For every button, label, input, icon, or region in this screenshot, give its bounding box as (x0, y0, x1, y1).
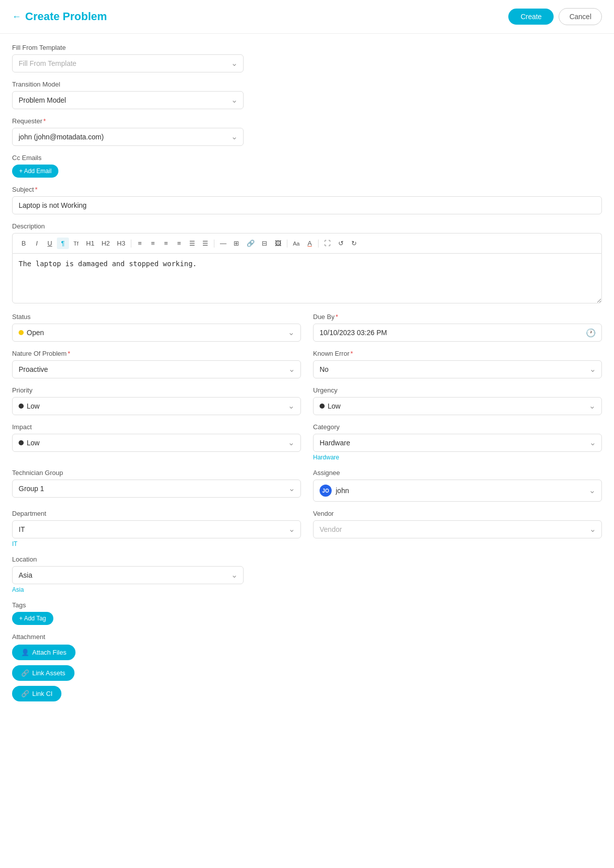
link-ci-label: Link CI (32, 690, 52, 697)
hr-button[interactable]: — (217, 238, 229, 249)
header-actions: Create Cancel (508, 8, 602, 25)
assignee-select[interactable]: JO john (313, 480, 602, 502)
priority-col: Priority Low (12, 386, 301, 415)
subject-label: Subject* (12, 186, 602, 193)
add-tag-button[interactable]: + Add Tag (12, 612, 53, 625)
h1-button[interactable]: H1 (83, 238, 98, 249)
separator-3 (287, 240, 287, 248)
transition-model-select[interactable]: Problem Model (12, 91, 244, 109)
tech-group-label: Technician Group (12, 469, 301, 477)
attach-files-button[interactable]: 👤 Attach Files (12, 645, 75, 660)
cancel-button[interactable]: Cancel (559, 8, 602, 25)
nature-select[interactable]: Proactive (12, 360, 301, 378)
transition-model-select-wrapper: Problem Model (12, 91, 244, 109)
link-assets-wrapper: 🔗 Link Assets (12, 665, 602, 686)
status-label: Status (12, 313, 301, 321)
priority-label: Priority (12, 386, 301, 394)
subject-required: * (35, 186, 37, 193)
impact-category-row: Impact Low Category Hardware Hardware (12, 423, 602, 461)
fullscreen-button[interactable]: ⛶ (321, 238, 334, 249)
status-dot (19, 330, 24, 335)
location-select[interactable]: Asia (12, 566, 244, 584)
description-editor[interactable] (12, 253, 602, 303)
tech-group-select[interactable]: Group 1 (12, 480, 301, 498)
redo-button[interactable]: ↻ (348, 238, 360, 249)
impact-value: Low (27, 439, 40, 447)
bold-button[interactable]: B (18, 238, 30, 249)
vendor-select[interactable]: Vendor (313, 520, 602, 538)
tech-group-select-wrapper: Group 1 (12, 480, 301, 498)
tags-label: Tags (12, 601, 602, 609)
urgency-dot (320, 404, 325, 409)
align-left-button[interactable]: ≡ (134, 238, 146, 249)
justify-button[interactable]: ≡ (173, 238, 185, 249)
create-button[interactable]: Create (508, 9, 554, 25)
urgency-select[interactable]: Low (313, 397, 602, 415)
table-button[interactable]: ⊞ (231, 238, 243, 249)
link-assets-button[interactable]: 🔗 Link Assets (12, 665, 74, 681)
align-center-button[interactable]: ≡ (147, 238, 159, 249)
numbered-list-button[interactable]: ☰ (199, 238, 211, 249)
location-section: Location Asia Asia (12, 556, 244, 593)
title-area: ← Create Problem (12, 10, 107, 23)
requester-select-wrapper: john (john@motadata.com) (12, 128, 244, 146)
due-by-required: * (336, 313, 338, 321)
impact-select[interactable]: Low (12, 434, 301, 452)
department-vendor-row: Department IT IT Vendor Vendor (12, 510, 602, 547)
subject-section: Subject* (12, 186, 602, 214)
department-select[interactable]: IT (12, 520, 301, 538)
link-assets-label: Link Assets (32, 669, 65, 677)
attachment-section: Attachment 👤 Attach Files 🔗 Link Assets … (12, 633, 602, 706)
undo-button[interactable]: ↺ (335, 238, 347, 249)
tags-section: Tags + Add Tag (12, 601, 602, 625)
known-error-select[interactable]: No (313, 360, 602, 378)
nature-knownerror-row: Nature Of Problem* Proactive Known Error… (12, 350, 602, 378)
separator-4 (318, 240, 319, 248)
known-error-col: Known Error* No (313, 350, 602, 378)
page-header: ← Create Problem Create Cancel (0, 0, 614, 34)
known-error-label: Known Error* (313, 350, 602, 357)
due-by-input[interactable] (313, 324, 602, 342)
location-label: Location (12, 556, 244, 563)
embed-button[interactable]: ⊟ (259, 238, 271, 249)
impact-dot (19, 440, 24, 445)
attach-files-wrapper: 👤 Attach Files (12, 645, 602, 665)
fill-template-label: Fill From Template (12, 44, 602, 51)
link-button[interactable]: 🔗 (244, 238, 258, 249)
link-ci-wrapper: 🔗 Link CI (12, 686, 602, 706)
location-hint: Asia (12, 586, 244, 593)
add-email-button[interactable]: + Add Email (12, 165, 58, 178)
image-button[interactable]: 🖼 (272, 238, 284, 249)
link-ci-button[interactable]: 🔗 Link CI (12, 686, 61, 701)
paragraph-button[interactable]: ¶ (57, 238, 69, 249)
priority-select[interactable]: Low (12, 397, 301, 415)
due-by-input-wrapper: 🕐 (313, 324, 602, 342)
italic-button[interactable]: I (31, 238, 43, 249)
description-section: Description B I U ¶ Tf H1 H2 H3 ≡ ≡ ≡ ≡ … (12, 222, 602, 305)
status-select[interactable]: Open (12, 324, 301, 342)
department-col: Department IT IT (12, 510, 301, 547)
fill-template-select[interactable]: Fill From Template (12, 54, 244, 72)
description-toolbar: B I U ¶ Tf H1 H2 H3 ≡ ≡ ≡ ≡ ☰ ☰ — ⊞ 🔗 ⊟ … (12, 233, 602, 253)
subject-input[interactable] (12, 196, 602, 214)
bullet-list-button[interactable]: ☰ (186, 238, 198, 249)
h2-button[interactable]: H2 (99, 238, 113, 249)
back-button[interactable]: ← (12, 12, 21, 22)
urgency-label: Urgency (313, 386, 602, 394)
attachment-label: Attachment (12, 633, 602, 641)
underline-button[interactable]: U (44, 238, 56, 249)
h3-button[interactable]: H3 (114, 238, 128, 249)
font-size-button[interactable]: Aa (290, 239, 302, 249)
requester-select[interactable]: john (john@motadata.com) (12, 128, 244, 146)
align-right-button[interactable]: ≡ (160, 238, 172, 249)
fill-template-select-wrapper: Fill From Template (12, 54, 244, 72)
assignee-label: Assignee (313, 469, 602, 477)
page-title: Create Problem (25, 10, 107, 23)
category-select[interactable]: Hardware (313, 434, 602, 452)
text-format-button[interactable]: Tf (70, 239, 82, 249)
urgency-col: Urgency Low (313, 386, 602, 415)
category-select-wrapper: Hardware (313, 434, 602, 452)
requester-required: * (43, 117, 46, 125)
font-color-button[interactable]: A (303, 238, 316, 249)
priority-value: Low (27, 402, 40, 410)
